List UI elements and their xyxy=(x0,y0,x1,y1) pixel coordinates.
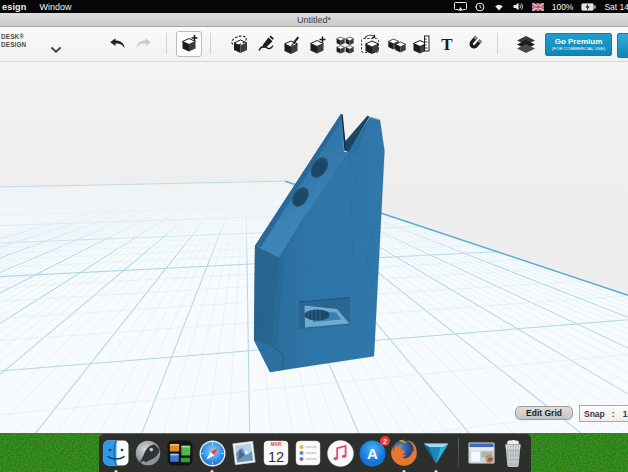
wifi-icon[interactable] xyxy=(493,2,505,11)
tool-modify-icon[interactable] xyxy=(305,32,329,56)
undo-button[interactable] xyxy=(105,32,129,56)
logo-line2: DESIGN xyxy=(1,41,26,49)
dock-minimized-window-icon[interactable] xyxy=(467,439,495,467)
time-machine-icon[interactable] xyxy=(475,2,485,12)
scene-canvas[interactable] xyxy=(0,62,628,433)
toolbar-separator xyxy=(166,33,167,54)
tool-material-icon[interactable] xyxy=(514,32,538,56)
dock-calendar-icon[interactable]: MAR 12 xyxy=(262,439,290,467)
volume-icon[interactable] xyxy=(513,2,524,11)
tool-snap-icon[interactable] xyxy=(462,32,486,56)
menubar-menus: esign Window xyxy=(0,2,72,12)
calendar-day: 12 xyxy=(268,449,284,465)
snap-field[interactable]: Snap : 1 xyxy=(579,405,628,422)
dock-itunes-icon[interactable] xyxy=(326,439,354,467)
main-menu-chevron-icon[interactable] xyxy=(50,40,62,58)
premium-sublabel: (FOR COMMERCIAL USE) xyxy=(546,47,611,51)
tool-measure-icon[interactable] xyxy=(409,32,433,56)
partial-button[interactable] xyxy=(617,33,628,58)
tool-text-icon[interactable]: T xyxy=(435,32,459,56)
redo-button[interactable] xyxy=(131,32,155,56)
tool-grouping-icon[interactable] xyxy=(358,32,382,56)
screen: esign Window 100% Sat 14 Untitled* DESK®… xyxy=(0,0,628,472)
dock-mail-icon[interactable] xyxy=(230,439,258,467)
menu-window[interactable]: Window xyxy=(40,2,72,12)
edit-grid-button[interactable]: Edit Grid xyxy=(515,406,573,420)
calendar-month: MAR xyxy=(271,442,282,447)
snap-colon: : xyxy=(612,409,615,419)
toolbar-separator xyxy=(497,33,498,54)
viewport-3d[interactable]: Edit Grid Snap : 1 xyxy=(0,62,628,433)
window-title: Untitled* xyxy=(297,15,331,25)
premium-label: Go Premium xyxy=(546,38,611,46)
desktop-wallpaper: MAR 12 xyxy=(0,433,628,472)
tool-construct-icon[interactable] xyxy=(279,32,303,56)
dock-launchpad-icon[interactable] xyxy=(134,439,162,467)
menu-bar: esign Window 100% Sat 14 xyxy=(0,0,628,13)
dock-finder-icon[interactable] xyxy=(102,439,130,467)
app-menu[interactable]: esign xyxy=(2,2,27,12)
battery-percent: 100% xyxy=(552,2,574,12)
dock-separator xyxy=(458,438,459,468)
go-premium-button[interactable]: Go Premium (FOR COMMERCIAL USE) xyxy=(545,33,612,56)
menubar-status-tray: 100% Sat 14 xyxy=(454,2,628,12)
dock: MAR 12 xyxy=(99,434,531,472)
dock-reminders-icon[interactable] xyxy=(294,439,322,467)
dock-mission-control-icon[interactable] xyxy=(166,439,194,467)
dock-safari-icon[interactable] xyxy=(198,439,226,467)
app-store-glyph: A xyxy=(367,445,378,462)
dock-app-store-icon[interactable]: A 2 xyxy=(358,439,386,467)
snap-value: 1 xyxy=(623,409,628,419)
tool-pattern-icon[interactable] xyxy=(332,32,356,56)
dock-123d-design-icon[interactable] xyxy=(422,439,450,467)
toolbar-separator xyxy=(210,33,211,54)
uk-flag-icon[interactable] xyxy=(532,3,544,11)
tool-transform-icon[interactable] xyxy=(228,32,252,56)
edit-grid-label: Edit Grid xyxy=(526,408,562,418)
logo-line1: DESK® xyxy=(1,33,26,41)
app-logo: DESK® DESIGN xyxy=(1,33,26,48)
tool-combine-icon[interactable] xyxy=(384,32,408,56)
model-recess xyxy=(299,298,350,330)
toolbar: DESK® DESIGN xyxy=(0,27,628,62)
tool-sketch-icon[interactable] xyxy=(254,32,278,56)
tool-primitives-icon[interactable] xyxy=(176,31,202,57)
snap-label: Snap xyxy=(584,409,605,419)
battery-icon[interactable] xyxy=(581,3,596,11)
menubar-clock[interactable]: Sat 14 xyxy=(604,2,628,12)
dock-firefox-icon[interactable] xyxy=(390,439,418,467)
dock-trash-icon[interactable] xyxy=(499,439,527,467)
airplay-icon[interactable] xyxy=(454,2,467,11)
app-store-badge: 2 xyxy=(380,436,390,446)
window-title-bar[interactable]: Untitled* xyxy=(0,13,628,27)
text-tool-glyph: T xyxy=(441,35,453,54)
